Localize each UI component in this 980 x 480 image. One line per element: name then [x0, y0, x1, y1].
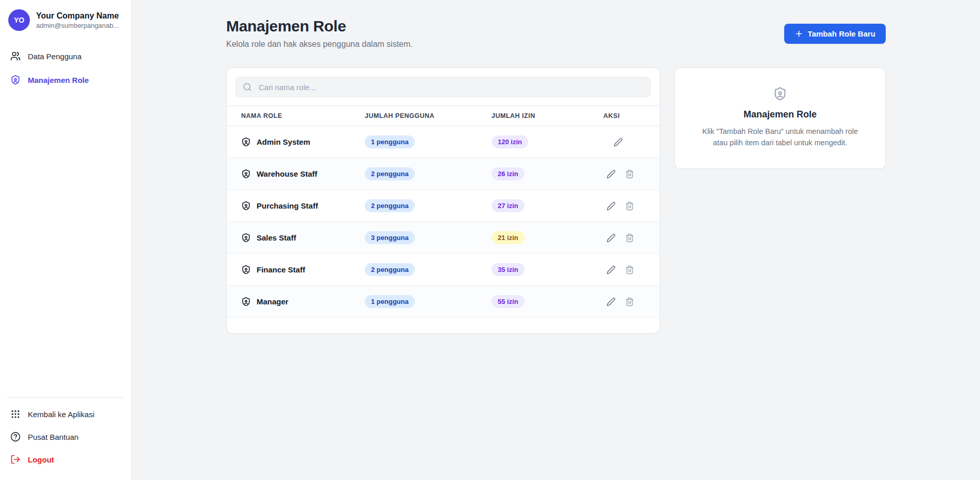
sidebar-item-logout[interactable]: Logout — [0, 448, 131, 471]
role-table-card: NAMA ROLE JUMLAH PENGGUNA JUMLAH IZIN AK… — [226, 67, 660, 334]
plus-icon — [795, 29, 803, 38]
delete-role-button[interactable] — [623, 263, 636, 277]
sidebar-item-pusat-bantuan[interactable]: Pusat Bantuan — [0, 425, 131, 448]
izin-badge: 27 izin — [492, 199, 525, 212]
delete-role-button[interactable] — [623, 231, 636, 245]
delete-role-button[interactable] — [623, 295, 636, 308]
add-role-button[interactable]: Tambah Role Baru — [784, 24, 886, 44]
table-row[interactable]: Purchasing Staff 2 pengguna 27 izin — [227, 190, 660, 222]
pencil-icon — [606, 265, 616, 275]
role-name: Finance Staff — [257, 265, 305, 274]
pengguna-badge: 2 pengguna — [365, 167, 415, 180]
search-input[interactable] — [235, 77, 651, 97]
shield-user-icon — [773, 87, 787, 101]
profile-text: Your Company Name admin@sumberpanganab..… — [36, 11, 119, 29]
sidebar-item-data-pengguna[interactable]: Data Pengguna — [0, 44, 131, 68]
profile-block: YO Your Company Name admin@sumberpangana… — [0, 9, 131, 31]
logout-icon — [10, 454, 21, 465]
sidebar-item-label: Manajemen Role — [28, 76, 89, 84]
role-name: Purchasing Staff — [257, 201, 318, 210]
izin-badge: 35 izin — [492, 263, 525, 276]
shield-user-icon — [10, 75, 21, 85]
page-subtitle: Kelola role dan hak akses pengguna dalam… — [226, 40, 413, 49]
company-name: Your Company Name — [36, 11, 119, 22]
column-header-jumlah-pengguna: JUMLAH PENGGUNA — [365, 106, 492, 126]
search-wrap — [235, 77, 651, 97]
grid-icon — [10, 409, 21, 419]
shield-user-icon — [241, 297, 251, 306]
pengguna-badge: 1 pengguna — [365, 295, 415, 308]
sidebar-item-label: Data Pengguna — [28, 52, 81, 61]
table-header: NAMA ROLE JUMLAH PENGGUNA JUMLAH IZIN AK… — [227, 106, 660, 126]
pencil-icon — [606, 201, 616, 211]
column-header-aksi: AKSI — [603, 106, 660, 126]
sidebar: YO Your Company Name admin@sumberpangana… — [0, 0, 132, 480]
edit-role-button[interactable] — [604, 295, 618, 308]
role-name: Warehouse Staff — [257, 169, 317, 178]
delete-role-button[interactable] — [623, 199, 636, 213]
pengguna-badge: 1 pengguna — [365, 135, 415, 148]
table-row[interactable]: Finance Staff 2 pengguna 35 izin — [227, 254, 660, 286]
shield-user-icon — [241, 265, 251, 275]
column-header-nama-role: NAMA ROLE — [227, 106, 365, 126]
users-icon — [10, 51, 21, 61]
edit-role-button[interactable] — [604, 167, 618, 181]
pencil-icon — [606, 297, 616, 306]
role-name: Admin System — [257, 138, 310, 146]
edit-role-button[interactable] — [604, 231, 618, 245]
info-panel-description: Klik "Tambah Role Baru" untuk menambah r… — [698, 126, 863, 149]
izin-badge: 26 izin — [492, 167, 525, 180]
search-icon — [243, 82, 252, 92]
info-panel-title: Manajemen Role — [744, 109, 817, 120]
trash-icon — [625, 233, 634, 243]
table-row[interactable]: Warehouse Staff 2 pengguna 26 izin — [227, 158, 660, 190]
table-body: Admin System 1 pengguna 120 izin — [227, 126, 660, 318]
role-name: Sales Staff — [257, 233, 296, 242]
main-area: Manajemen Role Kelola role dan hak akses… — [132, 0, 980, 480]
trash-icon — [625, 265, 634, 275]
pencil-icon — [606, 233, 616, 243]
shield-user-icon — [241, 169, 251, 179]
avatar: YO — [8, 9, 30, 31]
table-row[interactable]: Admin System 1 pengguna 120 izin — [227, 126, 660, 158]
company-email: admin@sumberpanganab... — [36, 22, 119, 29]
izin-badge: 55 izin — [492, 295, 525, 308]
pengguna-badge: 2 pengguna — [365, 263, 415, 276]
help-circle-icon — [10, 432, 21, 442]
trash-icon — [625, 169, 634, 179]
trash-icon — [625, 201, 634, 211]
page-header: Manajemen Role Kelola role dan hak akses… — [226, 18, 886, 49]
sidebar-nav: Data Pengguna Manajemen Role — [0, 44, 131, 92]
add-role-button-label: Tambah Role Baru — [808, 29, 875, 38]
edit-role-button[interactable] — [612, 135, 625, 149]
sidebar-divider — [7, 397, 124, 398]
edit-role-button[interactable] — [604, 263, 618, 277]
shield-user-icon — [241, 137, 251, 147]
page-title: Manajemen Role — [226, 18, 413, 35]
footer-item-label: Logout — [28, 455, 54, 464]
role-name: Manager — [257, 297, 289, 306]
pengguna-badge: 3 pengguna — [365, 231, 415, 244]
delete-role-button[interactable] — [623, 167, 636, 181]
shield-user-icon — [241, 201, 251, 211]
footer-item-label: Pusat Bantuan — [28, 433, 78, 441]
pengguna-badge: 2 pengguna — [365, 199, 415, 212]
footer-item-label: Kembali ke Aplikasi — [28, 410, 94, 419]
shield-user-icon — [241, 233, 251, 243]
izin-badge: 120 izin — [492, 135, 528, 148]
edit-role-button[interactable] — [604, 199, 618, 213]
pencil-icon — [606, 169, 616, 179]
sidebar-footer: Kembali ke Aplikasi Pusat Bantuan Logout — [0, 397, 131, 471]
table-row[interactable]: Sales Staff 3 pengguna 21 izin — [227, 222, 660, 254]
column-header-jumlah-izin: JUMLAH IZIN — [492, 106, 603, 126]
trash-icon — [625, 297, 634, 306]
table-row[interactable]: Manager 1 pengguna 55 izin — [227, 286, 660, 318]
page-header-text: Manajemen Role Kelola role dan hak akses… — [226, 18, 413, 49]
sidebar-item-manajemen-role[interactable]: Manajemen Role — [0, 68, 131, 92]
pencil-icon — [614, 138, 623, 147]
sidebar-item-kembali-ke-aplikasi[interactable]: Kembali ke Aplikasi — [0, 403, 131, 425]
izin-badge: 21 izin — [492, 231, 525, 244]
info-panel: Manajemen Role Klik "Tambah Role Baru" u… — [674, 67, 886, 169]
